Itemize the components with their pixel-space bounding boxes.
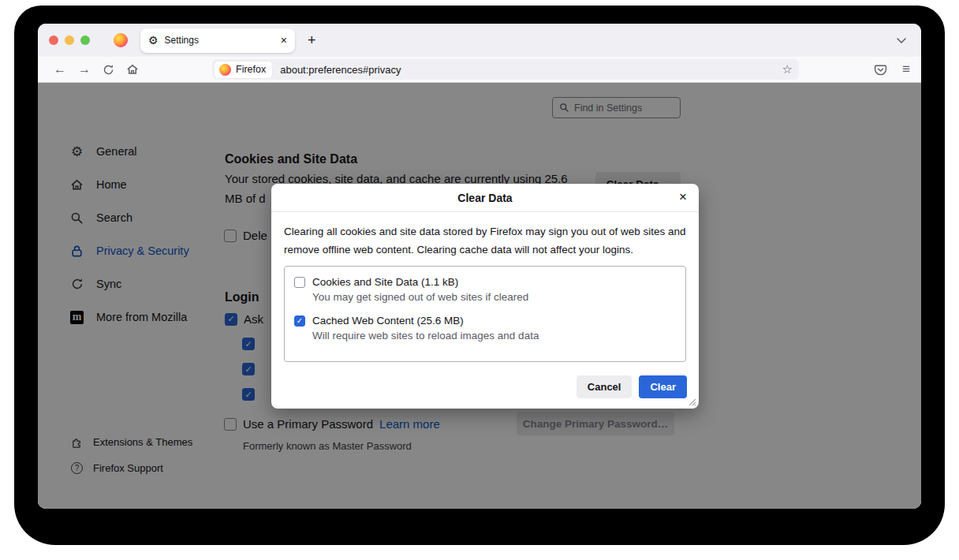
cache-option-row[interactable]: ✓ Cached Web Content (25.6 MB) — [294, 315, 676, 327]
tab-bar: ⚙ Settings × + — [38, 24, 921, 57]
resize-handle-icon[interactable] — [687, 397, 697, 407]
site-identity-label: Firefox — [236, 64, 266, 75]
settings-content: ⚙ General Home Search Privacy & Securit — [38, 83, 921, 509]
dialog-description: Clearing all cookies and site data store… — [284, 222, 686, 259]
firefox-logo-icon — [219, 64, 231, 76]
dialog-close-icon[interactable]: × — [679, 189, 687, 205]
tab-settings[interactable]: ⚙ Settings × — [140, 28, 295, 53]
new-tab-button[interactable]: + — [308, 32, 316, 49]
clear-options-box: Cookies and Site Data (1.1 kB) You may g… — [284, 266, 686, 362]
back-button[interactable]: ← — [54, 63, 66, 76]
tab-overflow-chevron-icon[interactable] — [896, 36, 907, 44]
minimize-window-button[interactable] — [65, 35, 74, 45]
clear-button[interactable]: Clear — [639, 375, 687, 398]
url-text: about:preferences#privacy — [280, 64, 401, 76]
checkbox-checked[interactable]: ✓ — [294, 315, 305, 327]
cookies-option-row[interactable]: Cookies and Site Data (1.1 kB) — [294, 276, 676, 288]
cache-option-label: Cached Web Content (25.6 MB) — [312, 315, 464, 327]
cookies-option-label: Cookies and Site Data (1.1 kB) — [312, 276, 458, 288]
dialog-footer: Cancel Clear — [271, 375, 699, 409]
pocket-icon[interactable] — [874, 63, 887, 77]
dialog-header: Clear Data × — [271, 184, 699, 212]
close-window-button[interactable] — [49, 35, 58, 45]
forward-button[interactable]: → — [78, 63, 91, 76]
cookies-option-sublabel: You may get signed out of web sites if c… — [312, 291, 676, 303]
dialog-body: Clearing all cookies and site data store… — [271, 212, 699, 362]
firefox-window: ⚙ Settings × + ← → Firefox about:prefere… — [38, 24, 921, 509]
home-button[interactable] — [126, 63, 139, 76]
firefox-logo-icon — [114, 33, 128, 47]
cache-option-sublabel: Will require web sites to reload images … — [312, 330, 676, 342]
checkbox-unchecked[interactable] — [294, 277, 305, 288]
cancel-button[interactable]: Cancel — [577, 375, 632, 398]
navigation-bar: ← → Firefox about:preferences#privacy ☆ … — [38, 57, 921, 83]
bookmark-star-icon[interactable]: ☆ — [782, 62, 793, 77]
url-bar[interactable]: Firefox about:preferences#privacy ☆ — [212, 59, 799, 80]
gear-icon: ⚙ — [148, 35, 159, 46]
zoom-window-button[interactable] — [80, 35, 90, 45]
reload-button[interactable] — [103, 64, 114, 76]
site-identity-chip[interactable]: Firefox — [215, 62, 272, 78]
hamburger-menu-button[interactable]: ≡ — [902, 62, 910, 77]
traffic-lights — [49, 35, 90, 45]
clear-data-dialog: Clear Data × Clearing all cookies and si… — [271, 184, 699, 409]
check-icon: ✓ — [297, 317, 303, 325]
dialog-title: Clear Data — [457, 192, 512, 204]
tab-title: Settings — [165, 35, 199, 46]
tab-close-icon[interactable]: × — [281, 34, 287, 47]
